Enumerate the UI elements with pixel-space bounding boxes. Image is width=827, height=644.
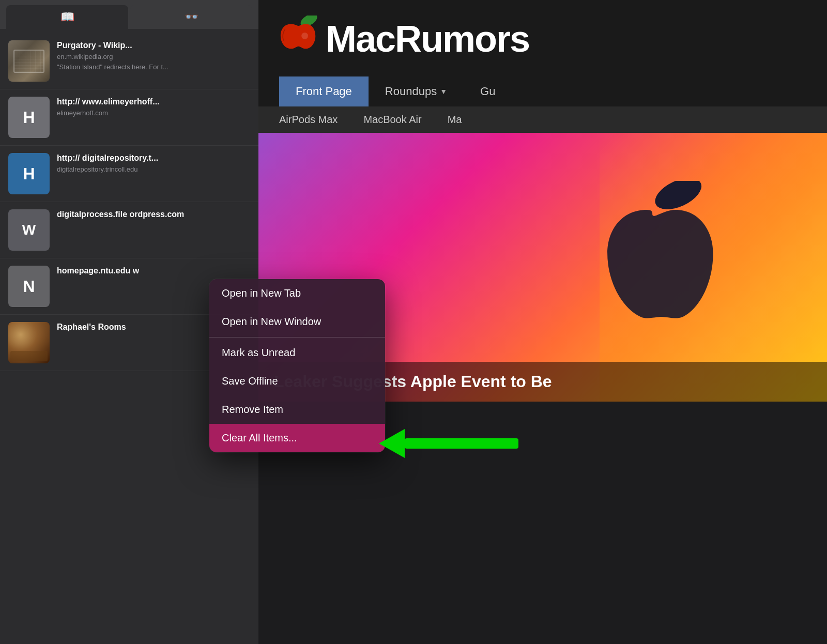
arrow-line <box>405 438 518 449</box>
item-title: Purgatory - Wikip... <box>57 40 250 51</box>
sub-nav-more[interactable]: Ma <box>448 114 462 126</box>
svg-point-1 <box>301 33 308 39</box>
sub-nav-macbook[interactable]: MacBook Air <box>363 114 421 126</box>
item-thumbnail: H <box>8 97 50 138</box>
main-nav: Front Page Roundups ▼ Gu <box>279 76 806 106</box>
item-title: http:// www.elimeyerhoff... <box>57 97 250 108</box>
item-title: http:// digitalrepository.t... <box>57 153 250 164</box>
nav-item-roundups[interactable]: Roundups ▼ <box>369 76 464 106</box>
item-content: http:// digitalrepository.t... digitalre… <box>57 153 250 175</box>
list-item[interactable]: H http:// digitalrepository.t... digital… <box>0 146 258 202</box>
item-content: digitalprocess.file ordpress.com <box>57 209 250 222</box>
tab-bar: 📖 👓 <box>0 0 258 29</box>
context-menu-remove-item[interactable]: Remove Item <box>209 395 385 424</box>
logo-area: MacRumors <box>279 10 806 72</box>
hero-apple-icon <box>579 181 724 354</box>
book-icon: 📖 <box>60 10 74 24</box>
site-header: MacRumors Front Page Roundups ▼ Gu <box>258 0 827 106</box>
item-thumbnail <box>8 40 50 82</box>
chevron-down-icon: ▼ <box>440 87 447 96</box>
item-thumbnail: H <box>8 153 50 194</box>
item-title: homepage.ntu.edu w <box>57 266 250 277</box>
item-title: digitalprocess.file ordpress.com <box>57 209 250 220</box>
context-menu-mark-unread[interactable]: Mark as Unread <box>209 339 385 367</box>
sub-nav: AirPods Max MacBook Air Ma <box>258 106 827 133</box>
item-content: Purgatory - Wikip... en.m.wikipedia.org … <box>57 40 250 72</box>
item-url: digitalrepository.trincoll.edu <box>57 165 250 173</box>
item-url: elimeyerhoff.com <box>57 109 250 117</box>
item-desc: "Station Island" redirects here. For t..… <box>57 63 250 72</box>
context-menu-open-new-tab[interactable]: Open in New Tab <box>209 279 385 308</box>
site-logo-text: MacRumors <box>326 18 529 60</box>
reading-list-tab[interactable]: 📖 <box>6 5 128 29</box>
macrumors-logo-icon <box>279 16 320 62</box>
item-url: en.m.wikipedia.org <box>57 53 250 60</box>
list-item[interactable]: W digitalprocess.file ordpress.com <box>0 202 258 258</box>
nav-item-guides[interactable]: Gu <box>464 76 512 106</box>
item-thumbnail <box>8 322 50 363</box>
menu-separator <box>209 337 385 338</box>
item-thumbnail: N <box>8 266 50 307</box>
arrow-head-icon <box>379 429 405 458</box>
context-menu-open-new-window[interactable]: Open in New Window <box>209 308 385 336</box>
nav-item-frontpage[interactable]: Front Page <box>279 76 369 106</box>
context-menu: Open in New Tab Open in New Window Mark … <box>209 279 385 452</box>
sub-nav-airpods[interactable]: AirPods Max <box>279 114 338 126</box>
glasses-tab[interactable]: 👓 <box>130 5 252 29</box>
green-arrow-indicator <box>380 429 518 458</box>
glasses-icon: 👓 <box>185 10 198 24</box>
item-thumbnail: W <box>8 209 50 251</box>
nav-label-guides: Gu <box>480 85 495 98</box>
list-item[interactable]: H http:// www.elimeyerhoff... elimeyerho… <box>0 89 258 146</box>
item-content: homepage.ntu.edu w <box>57 266 250 278</box>
nav-label-roundups: Roundups <box>385 85 437 98</box>
item-content: http:// www.elimeyerhoff... elimeyerhoff… <box>57 97 250 119</box>
context-menu-save-offline[interactable]: Save Offline <box>209 367 385 395</box>
list-item[interactable]: Purgatory - Wikip... en.m.wikipedia.org … <box>0 33 258 89</box>
nav-label-frontpage: Front Page <box>296 85 352 98</box>
context-menu-clear-all[interactable]: Clear All Items... <box>209 424 385 452</box>
